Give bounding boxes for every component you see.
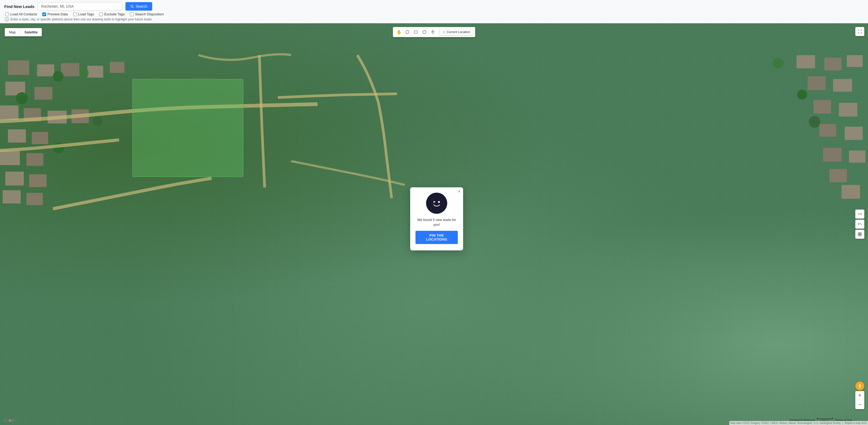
hint-text: Enter a state, city, or specific address… xyxy=(10,18,152,21)
undo-button[interactable] xyxy=(855,220,864,229)
rectangle-icon xyxy=(414,30,418,34)
undo-icon xyxy=(858,222,862,226)
layers-icon xyxy=(858,232,862,236)
exclude-tags-label[interactable]: Exclude Tags xyxy=(104,12,125,16)
building-block xyxy=(0,106,19,120)
svg-marker-4 xyxy=(423,30,426,33)
map-attribution: Map data ©2022 Imagery ©2022, CNES / Air… xyxy=(729,421,868,425)
option-preview-data[interactable]: Preview Data xyxy=(42,12,68,16)
zoom-controls: + − xyxy=(855,391,864,409)
layers-button[interactable] xyxy=(855,230,864,239)
building-block xyxy=(3,190,21,203)
building-block xyxy=(71,109,89,123)
preview-data-label[interactable]: Preview Data xyxy=(48,12,68,16)
svg-rect-8 xyxy=(860,233,861,234)
building-block xyxy=(813,100,831,113)
hint-row: i Enter a state, city, or specific addre… xyxy=(4,16,864,22)
search-icon xyxy=(130,4,134,8)
building-block xyxy=(29,174,46,187)
tree xyxy=(53,71,63,82)
building-block xyxy=(5,172,24,186)
tree xyxy=(797,90,807,100)
svg-line-1 xyxy=(133,7,134,8)
hand-tool-button[interactable]: ✋ xyxy=(395,28,403,36)
load-all-contacts-checkbox[interactable] xyxy=(5,12,9,16)
building-block xyxy=(841,185,860,199)
tree xyxy=(809,116,820,128)
option-search-disposition[interactable]: Search Disposition xyxy=(130,12,163,16)
tree xyxy=(80,68,89,78)
exclude-tags-checkbox[interactable] xyxy=(99,12,103,16)
building-block xyxy=(0,150,20,165)
option-load-all-contacts[interactable]: Load All Contacts xyxy=(5,12,37,16)
top-bar: Find New Leads Search Load All Contacts … xyxy=(0,0,868,23)
svg-rect-3 xyxy=(414,31,417,33)
search-input-wrapper xyxy=(38,2,122,10)
person-icon xyxy=(858,384,862,389)
map-container[interactable]: Map Satellite ✋ Current Location xyxy=(0,23,868,425)
polygon-tool-button[interactable] xyxy=(421,28,429,36)
svg-point-0 xyxy=(131,5,133,7)
building-block xyxy=(847,55,863,67)
redo-icon xyxy=(858,212,862,216)
building-block xyxy=(839,103,858,117)
tree xyxy=(53,143,64,154)
right-controls xyxy=(855,209,864,239)
search-disposition-label[interactable]: Search Disposition xyxy=(135,12,163,16)
modal-close-button[interactable]: × xyxy=(458,190,461,194)
building-block xyxy=(24,108,41,121)
building-block xyxy=(8,60,29,75)
load-all-contacts-label[interactable]: Load All Contacts xyxy=(10,12,37,16)
pegman-button[interactable] xyxy=(855,381,864,391)
load-tags-label[interactable]: Load Tags xyxy=(78,12,94,16)
modal-icon xyxy=(426,193,447,214)
search-disposition-checkbox[interactable] xyxy=(130,12,134,16)
load-tags-checkbox[interactable] xyxy=(73,12,77,16)
svg-rect-9 xyxy=(858,234,860,236)
current-location-button[interactable]: Current Location xyxy=(439,29,473,35)
building-block xyxy=(34,87,53,100)
pin-locations-button[interactable]: PIN THE LOCATIONS xyxy=(415,231,458,244)
fullscreen-button[interactable] xyxy=(855,27,864,36)
tree xyxy=(93,116,103,126)
search-button[interactable]: Search xyxy=(125,2,152,10)
options-row: Load All Contacts Preview Data Load Tags… xyxy=(4,12,864,16)
building-block xyxy=(48,111,67,123)
tree xyxy=(773,58,783,68)
map-type-map-button[interactable]: Map xyxy=(5,28,20,36)
hand-icon: ✋ xyxy=(396,30,402,35)
building-block xyxy=(849,150,865,163)
svg-point-11 xyxy=(859,384,861,386)
option-load-tags[interactable]: Load Tags xyxy=(73,12,94,16)
report-error-link[interactable]: Report a map error xyxy=(845,422,867,424)
zoom-out-button[interactable]: − xyxy=(855,400,864,409)
building-block xyxy=(37,64,54,76)
rectangle-tool-button[interactable] xyxy=(412,28,420,36)
leads-modal: × We found 5 new leads for you! xyxy=(410,187,463,250)
building-block xyxy=(829,169,847,182)
smiley-icon xyxy=(429,196,444,211)
preview-data-checkbox[interactable] xyxy=(42,12,46,16)
redo-button[interactable] xyxy=(855,209,864,219)
map-type-satellite-button[interactable]: Satellite xyxy=(20,28,42,36)
building-block xyxy=(61,63,80,76)
zoom-in-button[interactable]: + xyxy=(855,391,864,400)
svg-point-15 xyxy=(434,202,435,202)
location-icon xyxy=(442,30,446,34)
svg-point-6 xyxy=(443,32,444,33)
circle-tool-button[interactable] xyxy=(404,28,411,36)
svg-point-12 xyxy=(430,196,443,210)
building-block xyxy=(823,148,841,162)
search-input[interactable] xyxy=(38,2,122,10)
fullscreen-icon xyxy=(858,29,862,34)
building-block xyxy=(833,79,852,92)
option-exclude-tags[interactable]: Exclude Tags xyxy=(99,12,125,16)
building-block xyxy=(27,153,43,166)
building-block xyxy=(845,126,863,140)
building-block xyxy=(27,193,43,205)
building-block xyxy=(808,76,826,90)
svg-rect-10 xyxy=(860,234,861,236)
building-block xyxy=(87,66,103,78)
pin-tool-button[interactable] xyxy=(429,28,437,36)
current-location-label: Current Location xyxy=(447,30,470,34)
